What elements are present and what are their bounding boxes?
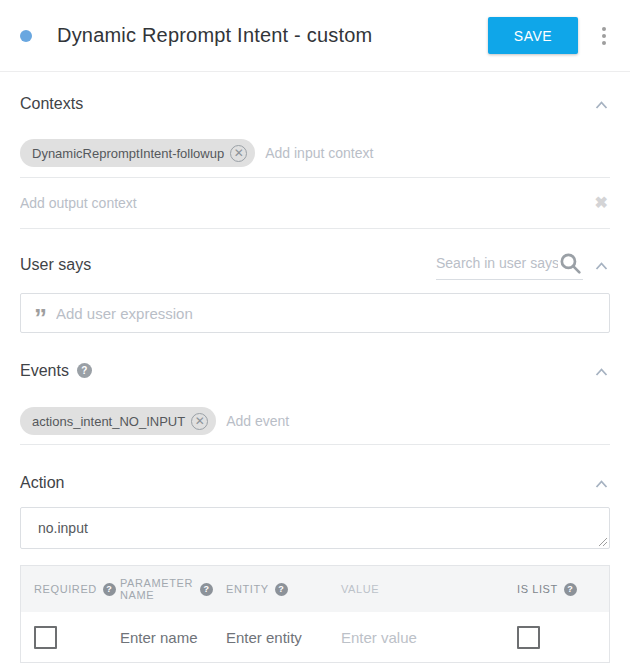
intent-title[interactable]: Dynamic Reprompt Intent - custom — [57, 24, 372, 47]
resize-handle-icon[interactable] — [598, 537, 607, 546]
input-context-chip-label: DynamicRepromptIntent-followup — [32, 146, 224, 161]
user-says-section-header: User says — [20, 255, 610, 275]
is-list-help-icon[interactable]: ? — [564, 583, 577, 596]
intent-editor: Dynamic Reprompt Intent - custom SAVE Co… — [0, 0, 630, 663]
user-says-search-input[interactable] — [436, 255, 558, 271]
add-input-context-field[interactable] — [265, 145, 610, 161]
events-heading: Events — [20, 362, 69, 380]
column-header-entity: ENTITY ? — [213, 583, 328, 596]
intent-priority-dot[interactable] — [20, 30, 32, 42]
events-help-icon[interactable]: ? — [77, 363, 92, 378]
entity-help-icon[interactable]: ? — [275, 583, 288, 596]
user-says-collapse-chevron-icon[interactable] — [593, 254, 610, 276]
events-row: actions_intent_NO_INPUT ✕ — [20, 407, 610, 445]
parameter-name-help-icon[interactable]: ? — [200, 583, 213, 596]
column-header-is-list: IS LIST ? — [504, 583, 609, 596]
add-output-context-field[interactable] — [20, 195, 593, 211]
action-section-header: Action — [20, 473, 610, 492]
parameters-table-header: REQUIRED ? PARAMETER NAME ? ENTITY ? VAL… — [21, 566, 609, 612]
parameters-table: REQUIRED ? PARAMETER NAME ? ENTITY ? VAL… — [20, 565, 610, 663]
contexts-section-header: Contexts — [20, 94, 610, 113]
intent-header: Dynamic Reprompt Intent - custom SAVE — [0, 0, 630, 72]
events-section-header: Events ? — [20, 361, 610, 380]
search-icon — [558, 251, 583, 276]
contexts-heading: Contexts — [20, 95, 83, 113]
column-header-value: VALUE — [328, 583, 504, 595]
event-chip: actions_intent_NO_INPUT ✕ — [20, 407, 216, 435]
action-heading: Action — [20, 474, 64, 492]
parameter-value-field[interactable] — [341, 629, 496, 646]
save-button[interactable]: SAVE — [488, 17, 578, 54]
action-name-field[interactable]: no.input — [20, 507, 610, 549]
user-says-heading: User says — [20, 256, 91, 274]
remove-input-context-icon[interactable]: ✕ — [230, 145, 247, 162]
parameter-name-field[interactable] — [120, 629, 208, 646]
action-name-value: no.input — [38, 520, 88, 536]
required-checkbox[interactable] — [34, 626, 57, 649]
is-list-checkbox[interactable] — [517, 626, 540, 649]
user-says-search — [436, 251, 583, 280]
remove-output-context-icon[interactable]: ✖ — [593, 193, 610, 212]
event-chip-label: actions_intent_NO_INPUT — [32, 414, 185, 429]
more-options-icon[interactable] — [598, 23, 610, 49]
parameter-entity-field[interactable] — [226, 629, 323, 646]
input-contexts-row: DynamicRepromptIntent-followup ✕ — [20, 139, 610, 178]
events-collapse-chevron-icon[interactable] — [593, 360, 610, 382]
column-header-parameter-name: PARAMETER NAME ? — [107, 577, 213, 601]
add-event-field[interactable] — [226, 413, 610, 429]
action-collapse-chevron-icon[interactable] — [593, 472, 610, 494]
contexts-collapse-chevron-icon[interactable] — [593, 93, 610, 115]
column-header-required: REQUIRED ? — [21, 583, 107, 596]
output-contexts-row: ✖ — [20, 178, 610, 229]
parameter-row — [21, 612, 609, 662]
remove-event-icon[interactable]: ✕ — [191, 413, 208, 430]
input-context-chip: DynamicRepromptIntent-followup ✕ — [20, 139, 255, 167]
user-expression-box: ” — [20, 293, 610, 333]
add-user-expression-field[interactable] — [56, 305, 596, 322]
